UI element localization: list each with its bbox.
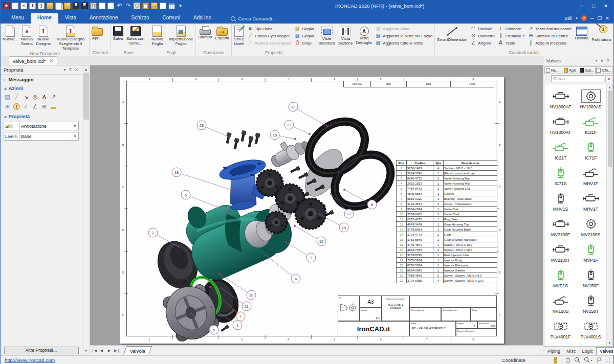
drawing-sheet[interactable]: 2312131918628171415341011715 11223344556… — [120, 77, 504, 344]
ribbon-button-parallelo[interactable]: ∥Parallelo▾ — [498, 32, 525, 39]
ribbon-button-diametro[interactable]: ⊘Diametro — [470, 32, 494, 39]
catalog-item-plv4001f[interactable]: PLV4001F — [545, 315, 576, 341]
ruler-icon[interactable] — [554, 357, 558, 363]
stili-select[interactable]: Annotazione ▼ — [19, 122, 79, 130]
stili-menu[interactable]: Stili — [564, 15, 572, 21]
canvas-vertical-scrollbar[interactable]: ▲ — [82, 65, 90, 345]
sheet-tab-valvola[interactable]: Valvola — [123, 346, 152, 355]
copy-icon[interactable] — [99, 3, 105, 9]
ribbon-button-tipi-linea[interactable]: ≡Tipi Linea — [247, 25, 291, 32]
radial-dimension-icon[interactable]: ◎ — [31, 93, 39, 101]
catalog-item-partial[interactable] — [545, 341, 576, 347]
catalog-tab-misc[interactable]: Misc — [563, 348, 579, 355]
table-row[interactable]: 23674-37461Electric motor end cap — [397, 171, 497, 176]
catalog-item-mvp1s[interactable]: MVP1S — [545, 264, 576, 290]
clear-search-icon[interactable]: ✕ — [605, 75, 612, 82]
catalog-tab-logic[interactable]: Logic — [579, 348, 597, 355]
table-row[interactable]: 183753-87451Fuel Injection Inlet — [397, 253, 497, 258]
first-sheet-icon[interactable]: ❘◀ — [90, 349, 98, 353]
catalog-item-plv4001s[interactable]: PLV4001S — [576, 315, 606, 341]
table-row[interactable]: 99564-26341Valve Disk — [397, 207, 497, 212]
redo-icon[interactable] — [125, 3, 131, 9]
table-row[interactable]: 103573-24521Valve Shaft — [397, 212, 497, 217]
ribbon-button-nuova-scena[interactable]: Nuova Scena — [19, 24, 34, 51]
tab-schizzo[interactable]: Schizzo — [124, 13, 156, 24]
catalog-item-mhv1f[interactable]: MHV1F — [576, 162, 606, 188]
export-icon[interactable]: ▬ — [50, 103, 57, 110]
leader-text-icon[interactable]: ↗ — [50, 93, 57, 101]
ribbon-button-stili-e-livelli[interactable]: Stili e Livelli — [232, 24, 246, 50]
catalog-scrollbar[interactable]: ▲ ▼ — [606, 84, 612, 346]
smartdimension-icon[interactable]: ↘ — [22, 93, 30, 101]
table-row[interactable]: 227985-48452Screw : Socket - M2.0 x 6.0 — [397, 273, 497, 278]
table-row[interactable]: 164745-48444Socket - M4.0 x 10.0 — [397, 242, 497, 247]
table-row[interactable]: 208795-58741Injector Electrode — [397, 263, 497, 268]
table-row[interactable]: 197855-59541Injector Body — [397, 258, 497, 263]
catalog-item-nv150s[interactable]: NV150S — [545, 290, 576, 315]
ribbon-button-ordinate[interactable]: ⊥Ordinate — [498, 25, 525, 32]
ribbon-button-pallinatura[interactable]: Pallinatura — [590, 24, 612, 50]
help-icon[interactable]: ? — [581, 15, 587, 21]
open-recent-icon[interactable] — [47, 3, 53, 9]
catalog-item-hv1000af[interactable]: HV1000AF — [545, 85, 576, 111]
last-sheet-icon[interactable]: ▶❘ — [113, 349, 121, 353]
pallinatura-table-icon[interactable]: ⊞ — [4, 103, 11, 110]
table-row[interactable]: 124843-34741Gear Housing Top — [397, 222, 497, 227]
ribbon-button-griglia[interactable]: ▦Griglia — [294, 25, 314, 32]
pallinatura-icon[interactable]: 1 — [13, 103, 20, 110]
ordinate-icon[interactable]: ⊞ — [40, 103, 48, 110]
catalog-item-mhv1t[interactable]: MHV1T — [576, 188, 606, 213]
scroll-down-icon[interactable]: ▼ — [82, 345, 90, 355]
bom-table[interactable]: PosCodiceQtaDescrizione19286-14634Socket… — [396, 160, 497, 283]
catalog-item-partial[interactable] — [576, 341, 606, 347]
tab-comuni[interactable]: Comuni — [156, 13, 187, 24]
catalog-item-nv150f[interactable]: NV150F — [576, 264, 606, 290]
scroll-thumb[interactable] — [608, 90, 612, 167]
testo-icon[interactable]: A — [40, 93, 48, 101]
resize-grip-icon[interactable] — [606, 358, 610, 362]
catalog-item-ic21f[interactable]: IC21F — [576, 111, 606, 136]
new-template-icon[interactable] — [38, 3, 45, 9]
ribbon-button-viste-standard[interactable]: Viste Standard — [317, 24, 336, 50]
callout-icon[interactable] — [160, 3, 166, 9]
ironcad-link[interactable]: http://www.ironcad.com — [1, 357, 55, 363]
save-icon[interactable] — [73, 3, 79, 9]
drawing-canvas[interactable]: 2312131918628171415341011715 11223344556… — [90, 65, 543, 345]
ribbon-button-vista-sezione[interactable]: Vista Sezione — [337, 24, 355, 50]
back-arrow-icon[interactable]: ← — [544, 76, 550, 82]
save-as-icon[interactable] — [81, 3, 88, 9]
ribbon-button-griglia[interactable]: ▦Griglia — [294, 32, 314, 39]
ribbon-button-nuovo-foglio[interactable]: Nuovo Foglio — [148, 24, 167, 50]
scroll-thumb[interactable] — [83, 73, 89, 120]
ribbon-button-snap[interactable]: ΩSnap — [294, 39, 314, 47]
table-row[interactable]: 57484-84421Valve Housing End — [397, 186, 497, 191]
more-commands-icon[interactable] — [177, 3, 184, 9]
table-row[interactable]: 174843-70764Socket - M4.0 x 10.0 — [397, 247, 497, 253]
angle-icon[interactable]: ∠ — [31, 103, 39, 110]
close-button[interactable]: ✕ — [600, 2, 611, 10]
catalog-item-hv1000at[interactable]: HV1000AT — [545, 111, 576, 136]
balloon-tool-icon[interactable] — [134, 3, 140, 9]
panel-menu-icon[interactable]: ▾ — [594, 58, 599, 63]
ribbon-button-testo-con-indicatore[interactable]: ↗Testo con indicatore — [528, 25, 572, 32]
ribbon-button-aggiorna-tutte-le-viste[interactable]: ▦Aggiorna tutte le Viste — [375, 39, 432, 47]
ribbon-close-icon[interactable]: ✕ — [605, 15, 609, 21]
export-icon[interactable] — [151, 3, 158, 9]
section-azioni[interactable]: ◢ Azioni — [1, 83, 82, 92]
next-sheet-icon[interactable]: ▶ — [105, 349, 113, 353]
page-icon[interactable] — [107, 3, 114, 9]
ribbon-minimize-icon[interactable]: ─ — [590, 15, 594, 21]
ribbon-button-impostazione-foglio[interactable]: Impostazione Foglio — [167, 24, 194, 50]
document-tab-close-icon[interactable]: ✕ — [49, 58, 53, 63]
table-row[interactable]: 64845-65841Gasket — [397, 191, 497, 196]
table-row[interactable]: 38446-37352Valve Housing Top — [397, 176, 497, 181]
undo-icon[interactable] — [116, 3, 123, 9]
catalog-close-button[interactable]: Chi... — [596, 66, 613, 74]
tab-annotazione[interactable]: Annotazione — [83, 13, 125, 24]
table-row[interactable]: 79553-13111Bearing - Disk Valve — [397, 196, 497, 201]
table-row[interactable]: 153763-58452Gear to Shaft Transition — [397, 237, 497, 242]
copy-pages-icon[interactable] — [55, 3, 62, 9]
ribbon-button-stampa[interactable]: Stampa — [196, 24, 214, 50]
print-icon[interactable] — [90, 3, 97, 9]
command-search[interactable]: Cerca Comandi... — [231, 16, 276, 21]
